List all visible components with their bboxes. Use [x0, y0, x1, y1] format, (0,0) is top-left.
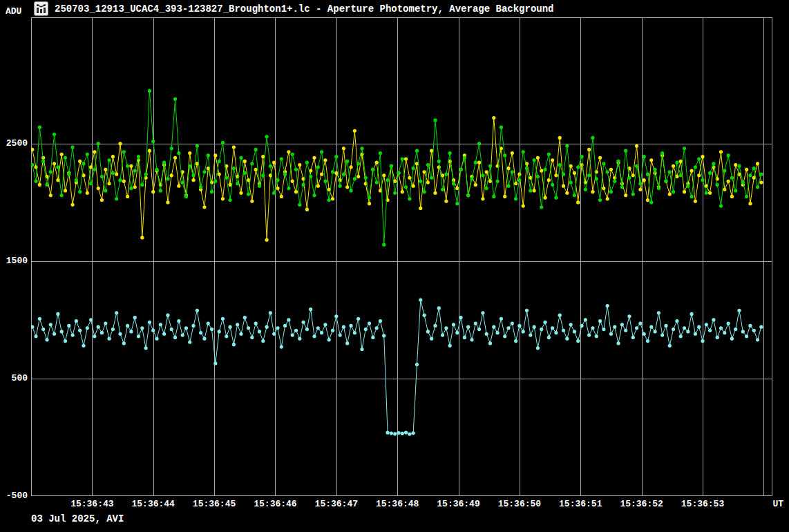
x-axis-unit-label: UT	[759, 499, 783, 509]
window-title: 250703_12913_UCAC4_393-123827_Broughton1…	[55, 3, 554, 15]
x-tick-label: 15:36:44	[122, 499, 184, 509]
x-tick-label: 15:36:48	[366, 499, 428, 509]
x-tick-label: 15:36:50	[488, 499, 551, 509]
y-tick-label: -500	[0, 491, 28, 501]
light-curve-plot[interactable]	[31, 17, 772, 496]
date-source-label: 03 Jul 2025, AVI	[31, 513, 124, 524]
x-tick-label: 15:36:53	[672, 499, 734, 509]
x-tick-label: 15:36:51	[549, 499, 611, 509]
x-tick-label: 15:36:47	[305, 499, 368, 509]
x-tick-label: 15:36:52	[611, 499, 673, 509]
y-tick-label: 500	[0, 373, 28, 383]
x-tick-label: 15:36:43	[61, 499, 123, 509]
photometry-window: ADU 250703_12913_UCAC4_393-123827_Brough…	[0, 0, 789, 532]
y-tick-label: 2500	[0, 138, 28, 149]
y-axis-unit-label: ADU	[6, 6, 21, 17]
app-icon[interactable]	[34, 1, 48, 16]
x-tick-label: 15:36:46	[244, 499, 306, 509]
x-tick-label: 15:36:45	[183, 499, 245, 509]
x-tick-label: 15:36:49	[428, 499, 490, 509]
y-tick-label: 1500	[0, 256, 28, 266]
